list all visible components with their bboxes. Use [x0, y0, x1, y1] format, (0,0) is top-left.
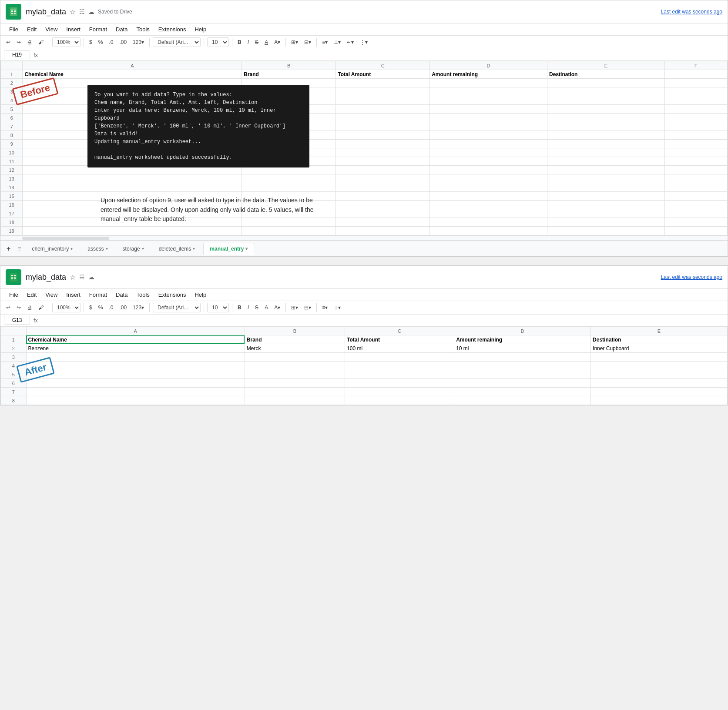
- cell-f19[interactable]: [664, 227, 727, 235]
- cell-f15[interactable]: [664, 192, 727, 201]
- cell-b14[interactable]: [242, 183, 336, 192]
- bottom-formula-input[interactable]: [41, 317, 724, 324]
- bottom-italic-button[interactable]: I: [245, 303, 251, 312]
- cell-f13[interactable]: [664, 174, 727, 183]
- b-cell-b7[interactable]: [245, 388, 345, 396]
- cell-c11[interactable]: [336, 157, 430, 166]
- paintformat-button[interactable]: 🖌: [36, 38, 46, 47]
- cell-d1[interactable]: Amount remaining: [430, 70, 547, 79]
- bottom-cell-e2[interactable]: Inner Cupboard: [591, 344, 728, 353]
- menu-edit[interactable]: Edit: [23, 24, 40, 34]
- cell-e8[interactable]: [547, 131, 665, 140]
- cell-c12[interactable]: [336, 166, 430, 174]
- b-cell-a6[interactable]: [26, 379, 245, 388]
- underline-button[interactable]: A: [262, 38, 270, 47]
- bottom-undo-button[interactable]: ↩: [4, 303, 13, 312]
- bottom-menu-edit[interactable]: Edit: [23, 290, 40, 300]
- bottom-bold-button[interactable]: B: [235, 303, 244, 312]
- bottom-format-number-button[interactable]: 123▾: [131, 303, 146, 312]
- doc-title[interactable]: mylab_data: [26, 7, 66, 17]
- cell-reference[interactable]: H19: [4, 50, 30, 59]
- cell-e18[interactable]: [547, 218, 665, 227]
- cell-c13[interactable]: [336, 174, 430, 183]
- cell-a13[interactable]: [23, 174, 242, 183]
- cell-f14[interactable]: [664, 183, 727, 192]
- cell-e10[interactable]: [547, 148, 665, 157]
- menu-insert[interactable]: Insert: [63, 24, 84, 34]
- tab-manual-entry[interactable]: manual_entry ▾: [203, 243, 254, 255]
- cell-f10[interactable]: [664, 148, 727, 157]
- bottom-last-edit-link[interactable]: Last edit was seconds ago: [661, 274, 722, 280]
- cell-e16[interactable]: [547, 201, 665, 209]
- b-cell-e5[interactable]: [591, 370, 728, 379]
- cell-c9[interactable]: [336, 140, 430, 148]
- cell-b19[interactable]: [242, 227, 336, 235]
- b-cell-c5[interactable]: [345, 370, 454, 379]
- menu-data[interactable]: Data: [112, 24, 131, 34]
- cell-d14[interactable]: [430, 183, 547, 192]
- bottom-borders-button[interactable]: ⊞▾: [289, 303, 300, 312]
- cell-b13[interactable]: [242, 174, 336, 183]
- b-cell-d3[interactable]: [454, 353, 591, 362]
- bottom-cell-a1[interactable]: Chemical Name: [26, 335, 245, 344]
- b-cell-e6[interactable]: [591, 379, 728, 388]
- b-cell-b5[interactable]: [245, 370, 345, 379]
- bottom-menu-insert[interactable]: Insert: [63, 290, 84, 300]
- cell-b1[interactable]: Brand: [242, 70, 336, 79]
- horizontal-scrollbar[interactable]: [0, 235, 728, 241]
- cell-f5[interactable]: [664, 105, 727, 114]
- cell-d4[interactable]: [430, 96, 547, 105]
- cell-f2[interactable]: [664, 79, 727, 87]
- cell-f16[interactable]: [664, 201, 727, 209]
- bottom-menu-data[interactable]: Data: [112, 290, 131, 300]
- tab-chem-inventory[interactable]: chem_inventory ▾: [26, 243, 80, 255]
- cell-a14[interactable]: [23, 183, 242, 192]
- cell-c14[interactable]: [336, 183, 430, 192]
- sheet-menu-button[interactable]: ≡: [15, 244, 23, 254]
- bottom-increase-decimal-button[interactable]: .00: [117, 303, 129, 312]
- percent-button[interactable]: %: [96, 38, 105, 47]
- halign-button[interactable]: ≡▾: [320, 38, 330, 47]
- cell-e3[interactable]: [547, 87, 665, 96]
- bottom-decrease-decimal-button[interactable]: .0: [107, 303, 115, 312]
- star-icon[interactable]: ☆: [70, 8, 76, 16]
- cell-c19[interactable]: [336, 227, 430, 235]
- cell-e9[interactable]: [547, 140, 665, 148]
- cell-f9[interactable]: [664, 140, 727, 148]
- bottom-folder-icon[interactable]: ☵: [79, 274, 85, 281]
- cell-c4[interactable]: [336, 96, 430, 105]
- cell-d3[interactable]: [430, 87, 547, 96]
- cell-c7[interactable]: [336, 122, 430, 131]
- cell-e12[interactable]: [547, 166, 665, 174]
- b-cell-d8[interactable]: [454, 396, 591, 405]
- cell-e1[interactable]: Destination: [547, 70, 665, 79]
- cell-c2[interactable]: [336, 79, 430, 87]
- cell-e15[interactable]: [547, 192, 665, 201]
- more-button[interactable]: ⋮▾: [358, 38, 370, 47]
- b-cell-d6[interactable]: [454, 379, 591, 388]
- cell-c16[interactable]: [336, 201, 430, 209]
- cell-e11[interactable]: [547, 157, 665, 166]
- bottom-menu-extensions[interactable]: Extensions: [155, 290, 190, 300]
- bottom-redo-button[interactable]: ↪: [14, 303, 23, 312]
- bottom-merge-button[interactable]: ⊟▾: [302, 303, 313, 312]
- bottom-menu-view[interactable]: View: [42, 290, 61, 300]
- bold-button[interactable]: B: [235, 38, 244, 47]
- zoom-select[interactable]: 100%: [52, 37, 81, 47]
- textwrap-button[interactable]: ↵▾: [345, 38, 356, 47]
- cell-a19[interactable]: [23, 227, 242, 235]
- cell-e7[interactable]: [547, 122, 665, 131]
- b-cell-a7[interactable]: [26, 388, 245, 396]
- cell-f18[interactable]: [664, 218, 727, 227]
- cell-f4[interactable]: [664, 96, 727, 105]
- cell-e14[interactable]: [547, 183, 665, 192]
- menu-format[interactable]: Format: [86, 24, 111, 34]
- cell-c15[interactable]: [336, 192, 430, 201]
- cell-c18[interactable]: [336, 218, 430, 227]
- cell-d19[interactable]: [430, 227, 547, 235]
- redo-button[interactable]: ↪: [14, 38, 23, 47]
- bottom-valign-button[interactable]: ⊥▾: [332, 303, 343, 312]
- bottom-strikethrough-button[interactable]: S: [253, 303, 261, 312]
- last-edit-link[interactable]: Last edit was seconds ago: [661, 9, 722, 15]
- cell-f11[interactable]: [664, 157, 727, 166]
